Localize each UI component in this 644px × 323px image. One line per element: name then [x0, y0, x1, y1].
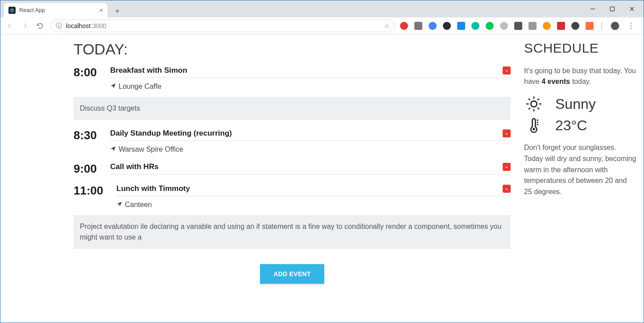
event-title: Call with HRs [110, 162, 159, 171]
thermometer-icon [524, 116, 544, 134]
url-host: localhost [66, 22, 91, 29]
extension-icon[interactable] [586, 22, 594, 30]
schedule-intro: It's going to be busy that today. You ha… [524, 66, 636, 87]
extension-icon[interactable] [500, 22, 508, 30]
event-row: 9:00Call with HRs- [74, 162, 511, 175]
new-tab-button[interactable]: + [111, 5, 124, 17]
window-maximize-button[interactable] [603, 2, 622, 16]
svg-point-0 [12, 10, 12, 11]
remove-event-button[interactable]: - [503, 163, 511, 171]
location-arrow-icon [110, 145, 116, 153]
event-title: Breakfast with Simon [110, 66, 187, 75]
extension-icon[interactable] [471, 22, 479, 30]
event-description: Discuss Q3 targets [74, 97, 511, 120]
location-arrow-icon [116, 201, 122, 209]
remove-event-button[interactable]: - [503, 185, 511, 193]
site-info-icon[interactable]: ⓘ [55, 22, 62, 30]
forward-button[interactable] [20, 21, 30, 31]
weather-temperature: 23°C [555, 117, 587, 134]
remove-event-button[interactable]: - [503, 129, 511, 137]
browser-toolbar: ⓘ localhost:3000 ☆ │ ⋮ [0, 17, 644, 34]
extension-icon[interactable] [429, 22, 437, 30]
browser-tab-strip: React App × + [0, 0, 644, 17]
extension-icon[interactable] [400, 22, 408, 30]
extension-icon[interactable] [414, 22, 422, 30]
event-row: 8:00Breakfast with Simon-Lounge CaffeDis… [74, 66, 511, 120]
extension-icons: │ ⋮ [400, 21, 639, 30]
extension-icon[interactable] [457, 22, 465, 30]
svg-line-13 [528, 99, 530, 100]
extension-separator: │ [600, 22, 604, 30]
event-title: Lunch with Timmoty [116, 184, 190, 193]
remove-event-button[interactable]: - [503, 66, 511, 75]
event-location: Lounge Caffe [110, 78, 511, 91]
browser-tab[interactable]: React App × [4, 3, 107, 17]
event-time: 11:00 [74, 184, 111, 197]
schedule-heading: SCHEDULE [524, 41, 636, 56]
react-favicon [8, 7, 16, 14]
window-minimize-button[interactable] [583, 2, 603, 16]
window-close-button[interactable] [622, 2, 642, 16]
sun-icon [524, 95, 544, 113]
bookmark-star-icon[interactable]: ☆ [384, 22, 390, 29]
schedule-note: Don't forget your sunglasses. Today will… [524, 142, 636, 198]
event-location: Warsaw Spire Office [110, 141, 511, 153]
svg-line-16 [537, 99, 539, 100]
profile-avatar[interactable] [611, 21, 619, 30]
event-time: 9:00 [74, 162, 105, 175]
extension-icon[interactable] [514, 22, 522, 30]
schedule-intro-post: today. [570, 78, 591, 85]
tab-close-icon[interactable]: × [99, 7, 103, 14]
tab-title: React App [19, 7, 45, 13]
extension-icon[interactable] [528, 22, 537, 30]
extension-icon[interactable] [557, 22, 565, 30]
event-row: 8:30Daily Standup Meeting (recurring)-Wa… [74, 129, 511, 153]
address-bar[interactable]: ⓘ localhost:3000 ☆ [50, 20, 395, 32]
event-location: Canteen [116, 196, 511, 209]
extension-icon[interactable] [486, 22, 494, 30]
add-event-button[interactable]: ADD EVENT [260, 264, 324, 284]
svg-point-8 [531, 101, 537, 107]
extension-icon[interactable] [443, 22, 451, 30]
event-row: 11:00Lunch with Timmoty-CanteenProject e… [74, 184, 511, 249]
svg-line-14 [537, 108, 539, 109]
chrome-menu-button[interactable]: ⋮ [626, 21, 636, 30]
extension-icon[interactable] [543, 22, 551, 30]
event-time: 8:00 [74, 66, 105, 79]
extension-icon[interactable] [571, 22, 579, 30]
schedule-event-count: 4 events [541, 78, 570, 85]
event-title: Daily Standup Meeting (recurring) [110, 129, 232, 138]
svg-point-17 [533, 128, 535, 130]
svg-rect-5 [611, 7, 615, 11]
url-port: :3000 [91, 22, 106, 29]
today-heading: TODAY: [74, 41, 511, 58]
event-description: Project evalutation ile declaring a vari… [74, 215, 511, 249]
location-arrow-icon [110, 83, 116, 91]
weather-condition: Sunny [555, 96, 596, 112]
page-viewport: TODAY: 8:00Breakfast with Simon-Lounge C… [0, 34, 644, 323]
event-time: 8:30 [74, 129, 105, 142]
reload-button[interactable] [35, 21, 45, 31]
back-button[interactable] [5, 21, 15, 31]
svg-line-15 [528, 108, 530, 109]
